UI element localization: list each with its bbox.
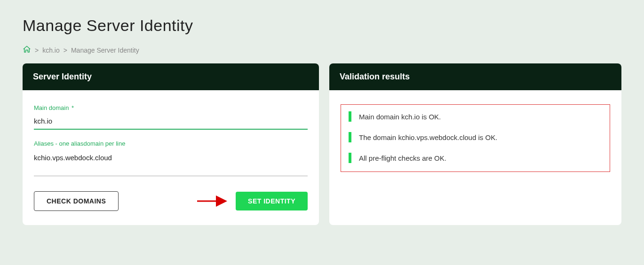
annotation-arrow — [119, 195, 236, 207]
status-ok-icon — [349, 132, 351, 142]
aliases-label: Aliases - one aliasdomain per line — [34, 140, 308, 147]
card-validation-results: Validation results Main domain kch.io is… — [329, 63, 621, 225]
validation-text: All pre-flight checks are OK. — [359, 154, 446, 162]
breadcrumb-link-domain[interactable]: kch.io — [42, 47, 60, 54]
card-server-identity: Server Identity Main domain * Aliases - … — [23, 63, 319, 225]
validation-result: All pre-flight checks are OK. — [349, 153, 602, 163]
validation-highlight-box: Main domain kch.io is OK. The domain kch… — [341, 104, 610, 172]
main-domain-input[interactable] — [34, 114, 308, 130]
breadcrumb-separator: > — [64, 47, 67, 54]
validation-text: Main domain kch.io is OK. — [359, 113, 441, 121]
validation-text: The domain kchio.vps.webdock.cloud is OK… — [359, 133, 497, 141]
status-ok-icon — [349, 153, 351, 163]
validation-result: The domain kchio.vps.webdock.cloud is OK… — [349, 132, 602, 142]
card-header-validation: Validation results — [329, 63, 621, 90]
home-icon[interactable] — [23, 45, 31, 55]
main-domain-label: Main domain * — [34, 104, 308, 111]
page-title: Manage Server Identity — [23, 16, 621, 35]
status-ok-icon — [349, 111, 351, 122]
breadcrumb-separator: > — [35, 47, 39, 54]
aliases-textarea[interactable]: kchio.vps.webdock.cloud — [34, 150, 308, 176]
breadcrumb-current: Manage Server Identity — [71, 47, 139, 54]
set-identity-button[interactable]: Set Identity — [236, 192, 308, 210]
card-header-identity: Server Identity — [23, 63, 319, 90]
check-domains-button[interactable]: Check Domains — [34, 191, 119, 211]
breadcrumb: > kch.io > Manage Server Identity — [23, 45, 621, 55]
validation-result: Main domain kch.io is OK. — [349, 111, 602, 122]
